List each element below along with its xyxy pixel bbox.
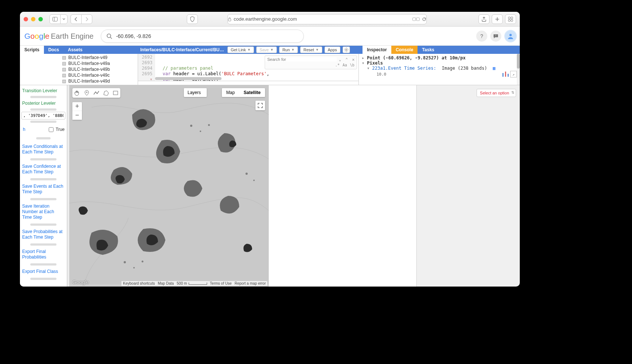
popout-icon[interactable]: ↗ bbox=[510, 71, 517, 77]
slider[interactable] bbox=[30, 121, 56, 123]
export-final-class[interactable]: Export Final Class bbox=[21, 267, 65, 277]
tab-docs[interactable]: Docs bbox=[44, 46, 63, 54]
save-iteration[interactable]: Save Iteration Number at Each Time Step bbox=[21, 201, 65, 222]
save-probabilities[interactable]: Save Probabilities at Each Time Step bbox=[21, 227, 65, 242]
apps-button[interactable]: Apps bbox=[324, 46, 340, 53]
panel-tabs-bar: Scripts Docs Assets Interfaces/BULC-Inte… bbox=[20, 46, 520, 54]
help-button[interactable]: ? bbox=[476, 31, 487, 42]
terms-of-use[interactable]: Terms of Use bbox=[210, 281, 232, 285]
editor-settings[interactable] bbox=[343, 46, 350, 53]
maptype-satellite[interactable]: Satellite bbox=[239, 88, 265, 97]
svg-rect-0 bbox=[53, 17, 58, 21]
reader-icon[interactable] bbox=[412, 17, 420, 21]
privacy-shield[interactable] bbox=[187, 14, 198, 24]
polygon-tool-icon[interactable] bbox=[103, 90, 109, 96]
svg-point-16 bbox=[200, 131, 201, 132]
find-case[interactable]: Aa bbox=[343, 63, 347, 67]
inspector-series-label[interactable]: 223a1.Event Time Series: bbox=[372, 66, 436, 71]
feedback-button[interactable]: ! bbox=[490, 31, 501, 42]
minimize-window[interactable] bbox=[31, 17, 35, 21]
get-link-button[interactable]: Get Link▼ bbox=[227, 46, 254, 53]
sidebar-menu[interactable] bbox=[60, 14, 68, 24]
back-button[interactable] bbox=[71, 14, 82, 24]
forward-button[interactable] bbox=[81, 14, 92, 24]
slider[interactable] bbox=[30, 278, 56, 280]
tab-inspector[interactable]: Inspector bbox=[363, 46, 391, 54]
save-events[interactable]: Save Events at Each Time Step bbox=[21, 181, 65, 197]
new-tab-button[interactable] bbox=[492, 14, 503, 24]
find-close[interactable]: ✕ bbox=[350, 57, 357, 62]
tab-console[interactable]: Console bbox=[391, 46, 418, 54]
zoom-controls: + − bbox=[72, 102, 82, 120]
tab-overview-button[interactable] bbox=[505, 14, 516, 24]
find-word[interactable]: \b bbox=[350, 63, 354, 67]
address-bar[interactable]: code.earthengine.google.com bbox=[227, 14, 427, 24]
slider[interactable] bbox=[36, 137, 51, 139]
keyboard-shortcuts[interactable]: Keyboard shortcuts bbox=[123, 281, 155, 285]
report-map-error[interactable]: Report a map error bbox=[235, 281, 266, 285]
maximize-window[interactable] bbox=[38, 17, 43, 21]
slider[interactable] bbox=[30, 263, 56, 266]
rectangle-tool-icon[interactable] bbox=[112, 90, 119, 96]
slider[interactable] bbox=[30, 243, 56, 246]
map-canvas[interactable] bbox=[69, 85, 269, 284]
tab-assets[interactable]: Assets bbox=[63, 46, 87, 54]
save-conditionals[interactable]: Save Conditionals at Each Time Step bbox=[21, 142, 65, 157]
upper-panels: ▤BULC-Interface-v49 ▤BULC-Interface-v49a… bbox=[20, 54, 520, 85]
find-regex[interactable]: .* bbox=[335, 63, 340, 67]
inspector-panel: ▸Point (-60.69626, -9.82527) at 10m/px ▾… bbox=[359, 54, 520, 85]
find-prev[interactable]: ⌄ bbox=[337, 57, 343, 62]
share-button[interactable] bbox=[478, 14, 490, 24]
tab-tasks[interactable]: Tasks bbox=[418, 46, 439, 54]
layers-button[interactable]: Layers bbox=[184, 88, 207, 97]
inspector-console[interactable]: ▸Point (-60.69626, -9.82527) at 10m/px ▾… bbox=[359, 54, 520, 85]
map-panel[interactable]: Layers Map Satellite + − Google Keyboard… bbox=[69, 85, 269, 287]
slider[interactable] bbox=[30, 198, 56, 200]
search-box[interactable] bbox=[101, 30, 304, 43]
editor-hscroll[interactable] bbox=[155, 77, 221, 80]
sidebar-toggle[interactable] bbox=[49, 14, 61, 24]
reset-button[interactable]: Reset▼ bbox=[300, 46, 322, 53]
svg-rect-24 bbox=[113, 91, 118, 95]
save-confidence[interactable]: Save Confidence at Each Time Step bbox=[21, 162, 65, 177]
svg-rect-14 bbox=[69, 85, 269, 284]
slider[interactable] bbox=[30, 96, 56, 98]
map-data-label[interactable]: Map Data bbox=[158, 281, 174, 285]
pan-tool-icon[interactable] bbox=[74, 90, 80, 96]
inspector-pixels: Pixels bbox=[367, 60, 383, 66]
find-input[interactable] bbox=[265, 57, 337, 62]
posterior-leveler[interactable]: Posterior Leveler bbox=[21, 99, 65, 107]
maptype-map[interactable]: Map bbox=[222, 88, 239, 97]
slider[interactable] bbox=[30, 158, 56, 160]
search-input[interactable] bbox=[116, 33, 298, 39]
zoom-in[interactable]: + bbox=[72, 102, 82, 111]
list-icon[interactable]: ▦ bbox=[493, 66, 495, 71]
run-button[interactable]: Run▼ bbox=[279, 46, 298, 53]
map-type-toggle: Map Satellite bbox=[222, 88, 265, 97]
svg-rect-2 bbox=[229, 19, 231, 21]
hex-palette-input[interactable] bbox=[21, 112, 65, 119]
scripts-tree[interactable]: ▤BULC-Interface-v49 ▤BULC-Interface-v49a… bbox=[20, 54, 138, 85]
svg-point-19 bbox=[133, 267, 135, 268]
user-avatar[interactable] bbox=[504, 30, 517, 42]
slider[interactable] bbox=[30, 108, 56, 111]
save-button[interactable]: Save▼ bbox=[256, 46, 277, 53]
code-editor[interactable]: 2692269326942695 ▾269626972698 // parame… bbox=[138, 54, 358, 81]
file-icon: ▤ bbox=[62, 55, 66, 60]
export-final-probabilities[interactable]: Export Final Probabilities bbox=[21, 247, 65, 262]
point-tool-icon[interactable] bbox=[83, 90, 90, 96]
line-tool-icon[interactable] bbox=[93, 90, 100, 96]
google-earth-engine-logo[interactable]: Google Earth Engine bbox=[23, 32, 93, 41]
fullscreen-button[interactable] bbox=[255, 101, 265, 110]
tab-scripts[interactable]: Scripts bbox=[20, 46, 44, 54]
close-window[interactable] bbox=[24, 17, 28, 21]
slider[interactable] bbox=[30, 178, 56, 180]
reload-icon[interactable] bbox=[422, 17, 426, 21]
console-scrollbar[interactable] bbox=[517, 54, 520, 85]
true-checkbox[interactable] bbox=[49, 127, 54, 132]
transition-leveler[interactable]: Transition Leveler bbox=[21, 87, 65, 95]
zoom-out[interactable]: − bbox=[72, 111, 82, 120]
find-next[interactable]: ⌃ bbox=[343, 57, 350, 62]
slider[interactable] bbox=[30, 223, 56, 226]
chart-select[interactable]: Select an option bbox=[477, 89, 516, 97]
